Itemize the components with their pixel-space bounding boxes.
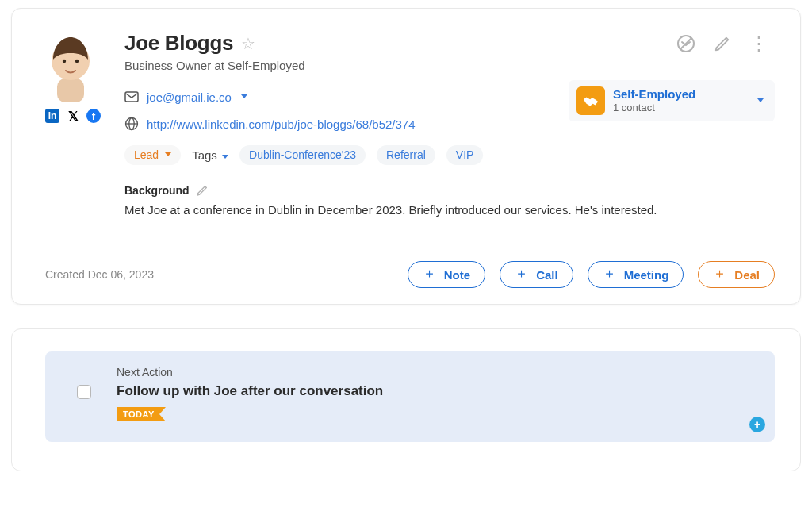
status-label: Lead xyxy=(134,148,159,161)
next-action-panel: Next Action Follow up with Joe after our… xyxy=(45,351,775,442)
x-twitter-icon[interactable]: 𝕏 xyxy=(66,109,80,123)
email-dropdown-icon[interactable] xyxy=(241,94,247,98)
background-heading: Background xyxy=(124,184,190,197)
task-checkbox[interactable] xyxy=(77,385,91,399)
contact-name: Joe Bloggs xyxy=(124,31,233,56)
add-action-button[interactable]: + xyxy=(749,417,765,432)
tag-pill[interactable]: Referral xyxy=(377,145,435,165)
contact-card: ⋮ in 𝕏 f xyxy=(11,8,801,305)
svg-rect-2 xyxy=(57,79,84,102)
background-text: Met Joe at a conference in Dublin in Dec… xyxy=(124,203,775,217)
status-pill[interactable]: Lead xyxy=(124,145,181,165)
social-links: in 𝕏 f xyxy=(45,109,124,123)
website-link[interactable]: http://www.linkedin.com/pub/joe-bloggs/6… xyxy=(147,117,416,131)
tags-line: Lead Tags Dublin-Conference'23 Referral … xyxy=(124,145,775,165)
edit-background-icon[interactable] xyxy=(196,184,209,197)
tags-dropdown-icon xyxy=(222,155,228,159)
company-name: Self-Employed xyxy=(613,87,695,102)
created-date: Created Dec 06, 2023 xyxy=(45,268,154,281)
tag-pill[interactable]: VIP xyxy=(446,145,484,165)
globe-icon xyxy=(124,117,139,131)
next-action-card: Next Action Follow up with Joe after our… xyxy=(11,328,801,471)
facebook-icon[interactable]: f xyxy=(86,109,101,123)
handshake-icon xyxy=(576,86,605,115)
contact-avatar[interactable] xyxy=(45,31,96,102)
status-dropdown-icon xyxy=(165,152,171,156)
svg-text:f: f xyxy=(92,110,96,122)
company-dropdown-icon[interactable] xyxy=(757,98,764,102)
linkedin-icon[interactable]: in xyxy=(45,109,59,123)
avatar-column: in 𝕏 f xyxy=(45,31,124,217)
mail-icon xyxy=(124,91,139,102)
favorite-star-icon[interactable]: ☆ xyxy=(241,34,255,53)
svg-rect-8 xyxy=(125,92,138,102)
add-note-button[interactable]: ＋Note xyxy=(408,261,485,288)
email-link[interactable]: joe@gmail.ie.co xyxy=(147,90,232,104)
svg-point-4 xyxy=(63,60,66,63)
next-action-heading: Next Action xyxy=(117,366,759,378)
add-meeting-button[interactable]: ＋Meeting xyxy=(588,261,684,288)
next-action-task[interactable]: Follow up with Joe after our conversatio… xyxy=(117,383,383,399)
due-badge: TODAY xyxy=(117,407,166,421)
no-email-icon[interactable] xyxy=(675,33,697,55)
svg-point-5 xyxy=(75,60,79,63)
svg-line-1 xyxy=(680,38,691,49)
edit-icon[interactable] xyxy=(711,33,733,55)
company-contact-count: 1 contact xyxy=(613,102,695,114)
tag-pill[interactable]: Dublin-Conference'23 xyxy=(239,145,366,165)
add-deal-button[interactable]: ＋Deal xyxy=(698,261,775,288)
contact-subtitle: Business Owner at Self-Employed xyxy=(124,59,775,72)
company-chip[interactable]: Self-Employed 1 contact xyxy=(569,80,775,121)
more-menu-icon[interactable]: ⋮ xyxy=(748,33,770,55)
tags-dropdown[interactable]: Tags xyxy=(192,148,228,162)
add-call-button[interactable]: ＋Call xyxy=(500,261,573,288)
